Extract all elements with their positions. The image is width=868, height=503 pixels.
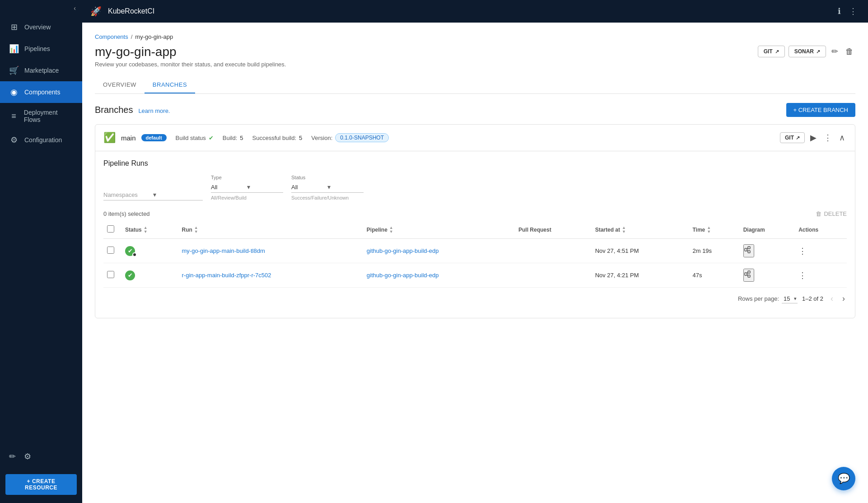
branch-more-button[interactable]: ⋮: [822, 131, 834, 144]
type-select[interactable]: All ▾: [211, 182, 283, 193]
sidebar-item-label: Pipelines: [24, 45, 50, 52]
create-branch-button[interactable]: + CREATE BRANCH: [786, 103, 855, 117]
pull-request-col-label: Pull Request: [518, 227, 551, 233]
rows-per-page: Rows per page: 15 25 50 ▾: [738, 294, 797, 303]
sidebar-item-configuration[interactable]: ⚙ Configuration: [0, 129, 82, 151]
create-resource-label: + CREATE RESOURCE: [10, 478, 72, 491]
row-checkbox[interactable]: [107, 247, 114, 254]
diagram-button[interactable]: [743, 269, 754, 282]
pipeline-link[interactable]: github-go-gin-app-build-edp: [367, 272, 439, 279]
info-icon-btn[interactable]: ℹ: [835, 5, 844, 18]
table-toolbar: 0 item(s) selected 🗑 DELETE: [103, 207, 847, 221]
branch-default-badge: default: [141, 134, 167, 141]
overview-icon: ⊞: [9, 22, 19, 32]
time-col-label: Time: [692, 227, 705, 233]
breadcrumb-parent[interactable]: Components: [95, 33, 128, 40]
svg-rect-2: [748, 251, 750, 253]
next-page-button[interactable]: ›: [840, 293, 847, 304]
time-cell: 47s: [689, 263, 739, 288]
started-at-col-header[interactable]: Started at ▲▼: [595, 226, 686, 234]
page-header: my-go-gin-app GIT ↗ SONAR ↗ ✏ 🗑: [95, 45, 855, 59]
sidebar-bottom: ✏ ⚙: [0, 443, 82, 470]
row-actions-button[interactable]: ⋮: [798, 270, 807, 280]
run-sort-icon: ▲▼: [194, 226, 198, 234]
namespaces-select[interactable]: Namespaces ▾: [103, 189, 203, 200]
tab-branches[interactable]: BRANCHES: [145, 77, 195, 93]
sidebar-item-pipelines[interactable]: 📊 Pipelines: [0, 38, 82, 60]
more-icon-btn[interactable]: ⋮: [846, 5, 860, 18]
pipelines-icon: 📊: [9, 44, 19, 54]
dropdown-arrow-icon: ▾: [794, 296, 797, 302]
git-button[interactable]: GIT ↗: [758, 46, 785, 57]
run-link[interactable]: r-gin-app-main-build-zfppr-r-7c502: [182, 272, 271, 279]
run-pipeline-button[interactable]: ▶: [808, 131, 818, 144]
row-actions-button[interactable]: ⋮: [798, 246, 807, 256]
prev-page-button[interactable]: ‹: [829, 293, 835, 304]
branch-header: ✅ main default Build status ✔ Build: 5 S…: [95, 125, 855, 151]
status-select[interactable]: All ▾: [291, 182, 364, 193]
run-col-label: Run: [182, 227, 192, 233]
create-resource-button[interactable]: + CREATE RESOURCE: [5, 474, 77, 495]
delete-icon-btn[interactable]: 🗑: [844, 45, 855, 58]
sidebar-item-label: Components: [24, 88, 60, 96]
type-dropdown-icon: ▾: [247, 183, 283, 191]
branch-build-status: Build status ✔: [176, 135, 214, 141]
filters: Namespaces ▾ Type All ▾ All/Review/Build: [103, 175, 847, 200]
page-header-actions: GIT ↗ SONAR ↗ ✏ 🗑: [758, 45, 855, 58]
run-link[interactable]: my-go-gin-app-main-build-tl8dm: [182, 247, 265, 254]
sidebar-item-marketplace[interactable]: 🛒 Marketplace: [0, 60, 82, 81]
app-title: KubeRocketCI: [108, 7, 831, 15]
edit-icon-btn[interactable]: ✏: [830, 45, 840, 58]
row-checkbox[interactable]: [107, 271, 114, 278]
page-info: 1–2 of 2: [802, 295, 823, 302]
time-cell: 2m 19s: [689, 239, 739, 263]
pipeline-col-header[interactable]: Pipeline ▲▼: [367, 226, 511, 234]
time-col-header[interactable]: Time ▲▼: [692, 226, 736, 234]
configuration-icon: ⚙: [9, 135, 19, 145]
svg-rect-6: [748, 271, 750, 273]
run-col-header[interactable]: Run ▲▼: [182, 226, 359, 234]
components-icon: ◉: [9, 87, 19, 97]
status-dropdown-icon: ▾: [327, 183, 364, 191]
status-col-header[interactable]: Status ▲▼: [125, 226, 175, 234]
sidebar-toggle[interactable]: ‹: [0, 0, 82, 16]
pipeline-link[interactable]: github-go-gin-app-build-edp: [367, 247, 439, 254]
branch-collapse-button[interactable]: ∧: [837, 131, 847, 144]
pipeline-sort-icon: ▲▼: [389, 226, 393, 234]
tabs: OVERVIEW BRANCHES: [95, 77, 855, 94]
chat-icon: 💬: [838, 473, 850, 484]
sonar-button[interactable]: SONAR ↗: [789, 46, 826, 57]
sidebar-item-components[interactable]: ◉ Components: [0, 81, 82, 103]
breadcrumb: Components / my-go-gin-app: [95, 33, 855, 40]
breadcrumb-current: my-go-gin-app: [135, 33, 173, 40]
topbar: 🚀 KubeRocketCI ℹ ⋮: [82, 0, 868, 23]
gear-icon-btn[interactable]: ⚙: [22, 450, 33, 463]
pipeline-runs-title: Pipeline Runs: [103, 159, 847, 168]
learn-more-link[interactable]: Learn more.: [138, 107, 170, 114]
diagram-button[interactable]: [743, 244, 754, 257]
sidebar-item-deployment-flows[interactable]: ≡ Deployment Flows: [0, 103, 82, 129]
svg-rect-7: [748, 275, 750, 277]
branch-card: ✅ main default Build status ✔ Build: 5 S…: [95, 124, 855, 318]
build-status-check: ✔: [209, 135, 214, 141]
external-link-icon: ↗: [816, 49, 820, 55]
status-filter: Status All ▾ Success/Failure/Unknown: [291, 175, 364, 200]
edit-settings-icon-btn[interactable]: ✏: [7, 450, 18, 463]
started-at-col-label: Started at: [595, 227, 620, 233]
branch-header-actions: GIT ↗ ▶ ⋮ ∧: [780, 131, 847, 144]
branch-git-button[interactable]: GIT ↗: [780, 132, 805, 143]
pull-request-cell: [515, 239, 592, 263]
sidebar-item-label: Configuration: [24, 136, 62, 144]
sidebar-item-label: Marketplace: [24, 67, 59, 74]
pipeline-table: Status ▲▼ Run ▲▼: [103, 221, 847, 288]
branch-status-icon: ✅: [103, 132, 116, 144]
delete-button[interactable]: 🗑 DELETE: [816, 210, 847, 217]
main-content: Components / my-go-gin-app my-go-gin-app…: [82, 23, 868, 503]
chat-fab-button[interactable]: 💬: [832, 467, 855, 490]
sidebar-item-overview[interactable]: ⊞ Overview: [0, 16, 82, 38]
time-sort-icon: ▲▼: [707, 226, 711, 234]
tab-overview[interactable]: OVERVIEW: [95, 77, 145, 93]
status-col-label: Status: [125, 227, 142, 233]
select-all-checkbox[interactable]: [107, 225, 114, 233]
breadcrumb-separator: /: [131, 33, 133, 40]
